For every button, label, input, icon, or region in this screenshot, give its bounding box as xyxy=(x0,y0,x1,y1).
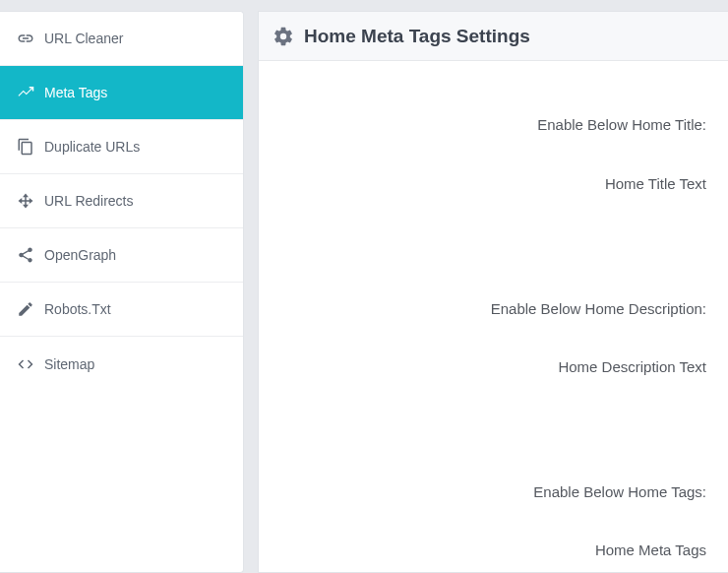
share-icon xyxy=(16,245,35,265)
home-meta-tags-label: Home Meta Tags xyxy=(280,541,706,558)
copy-icon xyxy=(16,137,35,157)
arrows-icon xyxy=(16,191,35,211)
gears-icon xyxy=(273,26,294,47)
home-title-text-label: Home Title Text xyxy=(280,175,706,192)
chart-line-icon xyxy=(16,83,35,102)
sidebar-item-label: Sitemap xyxy=(44,356,94,372)
sidebar: URL Cleaner Meta Tags Duplicate URLs URL… xyxy=(0,11,244,573)
sidebar-item-label: Meta Tags xyxy=(44,85,107,100)
code-icon xyxy=(16,354,35,374)
enable-home-description-label: Enable Below Home Description: xyxy=(280,300,706,317)
main-body: Enable Below Home Title: Home Title Text… xyxy=(259,61,728,572)
sidebar-item-duplicate-urls[interactable]: Duplicate URLs xyxy=(0,120,243,174)
pencil-icon xyxy=(16,299,35,319)
enable-home-tags-label: Enable Below Home Tags: xyxy=(280,483,706,500)
sidebar-item-label: Robots.Txt xyxy=(44,301,111,317)
sidebar-item-label: URL Cleaner xyxy=(44,31,123,46)
sidebar-item-opengraph[interactable]: OpenGraph xyxy=(0,228,243,283)
sidebar-item-label: URL Redirects xyxy=(44,193,134,209)
sidebar-item-url-redirects[interactable]: URL Redirects xyxy=(0,174,243,228)
sidebar-item-meta-tags[interactable]: Meta Tags xyxy=(0,66,243,120)
main-header: Home Meta Tags Settings xyxy=(259,12,728,61)
main-panel: Home Meta Tags Settings Enable Below Hom… xyxy=(258,11,728,573)
sidebar-item-sitemap[interactable]: Sitemap xyxy=(0,337,243,391)
sidebar-item-robots-txt[interactable]: Robots.Txt xyxy=(0,283,243,337)
sidebar-item-url-cleaner[interactable]: URL Cleaner xyxy=(0,12,243,66)
enable-home-title-label: Enable Below Home Title: xyxy=(280,116,706,133)
link-icon xyxy=(16,29,35,48)
page-title: Home Meta Tags Settings xyxy=(304,26,530,47)
home-description-text-label: Home Description Text xyxy=(280,358,706,375)
sidebar-item-label: Duplicate URLs xyxy=(44,139,140,155)
sidebar-item-label: OpenGraph xyxy=(44,247,116,263)
